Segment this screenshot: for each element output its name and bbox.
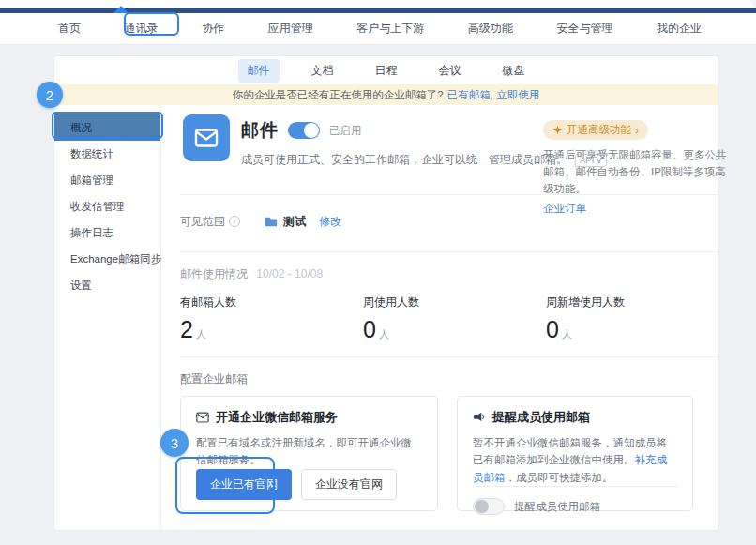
envelope-icon <box>183 114 230 161</box>
sidebar-item-settings[interactable]: 设置 <box>54 272 160 298</box>
mail-description: 成员可使用正式、安全的工作邮箱，企业可以统一管理成员邮箱。 <box>241 152 567 168</box>
promo-description: 开通后可享受无限邮箱容量、更多公共邮箱、邮件自动备份、IP限制等多项高级功能。 <box>543 147 729 197</box>
annotation-badge-2: 2 <box>37 82 63 108</box>
page-title: 邮件 <box>241 118 279 143</box>
stat-unit: 人 <box>562 327 572 341</box>
envelope-outline-icon <box>196 412 209 423</box>
visibility-scope-value: 测试 <box>283 214 306 230</box>
tab-mail[interactable]: 邮件 <box>238 59 280 83</box>
sidebar-item-exchange-sync[interactable]: Exchange邮箱同步 <box>54 246 160 272</box>
sidebar-item-operation-log[interactable]: 操作日志 <box>54 220 160 246</box>
tab-docs[interactable]: 文档 <box>302 59 343 83</box>
nav-item-customers[interactable]: 客户与上下游 <box>356 21 424 37</box>
remind-members-toggle[interactable] <box>473 498 505 515</box>
remind-members-card: 提醒成员使用邮箱 暂不开通企业微信邮箱服务，通知成员将已有邮箱添加到企业微信中使… <box>457 396 693 511</box>
remind-card-title: 提醒成员使用邮箱 <box>492 409 590 426</box>
sparkle-icon <box>552 125 563 135</box>
stat-value: 0 <box>546 316 559 343</box>
remind-card-description-tail: ，成员即可快捷添加。 <box>506 472 613 483</box>
stat-value: 0 <box>363 316 376 343</box>
tab-meeting[interactable]: 会议 <box>430 59 471 83</box>
edit-visibility-link[interactable]: 修改 <box>319 214 341 230</box>
tab-calendar[interactable]: 日程 <box>366 59 407 83</box>
divider <box>180 251 729 252</box>
nav-item-contacts[interactable]: 通讯录 <box>125 21 159 37</box>
top-navigation: 首页 通讯录 协作 应用管理 客户与上下游 高级功能 安全与管理 我的企业 <box>0 13 756 45</box>
configure-section-title: 配置企业邮箱 <box>180 371 729 387</box>
upgrade-premium-button[interactable]: 开通高级功能 › <box>543 120 648 140</box>
sub-tabs: 邮件 文档 日程 会议 微盘 <box>54 56 718 84</box>
banner-question: 你的企业是否已经有正在使用的企业邮箱了? <box>233 88 444 102</box>
tab-drive[interactable]: 微盘 <box>493 59 535 83</box>
stat-unit: 人 <box>196 327 206 341</box>
main-panel: 邮件 文档 日程 会议 微盘 你的企业是否已经有正在使用的企业邮箱了? 已有邮箱… <box>54 56 718 530</box>
nav-item-advanced-features[interactable]: 高级功能 <box>468 21 513 37</box>
visibility-label: 可见范围 <box>180 214 225 230</box>
remind-toggle-label: 提醒成员使用邮箱 <box>514 500 600 514</box>
sidebar-item-mailbox-management[interactable]: 邮箱管理 <box>54 167 160 193</box>
megaphone-icon <box>473 412 486 424</box>
stat-label: 周使用人数 <box>363 295 546 310</box>
folder-icon <box>265 216 278 227</box>
banner-link[interactable]: 已有邮箱, 立即使用 <box>447 88 539 102</box>
stat-weekly-users: 周使用人数 0 人 <box>363 295 546 343</box>
promo-badge-label: 开通高级功能 <box>567 123 631 137</box>
main-content: 邮件 已启用 成员可使用正式、安全的工作邮箱，企业可以统一管理成员邮箱。 API… <box>161 105 748 530</box>
mail-enabled-toggle[interactable] <box>288 122 320 139</box>
annotation-pointer <box>113 6 129 13</box>
stat-label: 有邮箱人数 <box>180 295 363 310</box>
activate-card-description: 配置已有域名或注册新域名，即可开通企业微信邮箱服务。 <box>196 434 422 469</box>
notice-banner: 你的企业是否已经有正在使用的企业邮箱了? 已有邮箱, 立即使用 <box>54 84 718 105</box>
sidebar: 概况 数据统计 邮箱管理 收发信管理 操作日志 Exchange邮箱同步 设置 <box>54 105 161 530</box>
nav-item-app-management[interactable]: 应用管理 <box>268 21 313 37</box>
sidebar-item-statistics[interactable]: 数据统计 <box>54 141 160 167</box>
stat-value: 2 <box>180 316 193 343</box>
sidebar-item-send-receive[interactable]: 收发信管理 <box>54 193 160 220</box>
enabled-status: 已启用 <box>329 124 362 138</box>
activate-card-title: 开通企业微信邮箱服务 <box>216 409 338 426</box>
info-icon[interactable]: i <box>229 216 240 227</box>
enterprise-order-link[interactable]: 企业订单 <box>543 202 729 216</box>
has-website-button[interactable]: 企业已有官网 <box>196 469 292 500</box>
usage-section-title: 邮件使用情况 <box>180 267 248 280</box>
nav-item-my-enterprise[interactable]: 我的企业 <box>657 21 702 37</box>
nav-item-home[interactable]: 首页 <box>58 21 81 37</box>
no-website-button[interactable]: 企业没有官网 <box>301 469 397 500</box>
sidebar-item-overview[interactable]: 概况 <box>54 114 160 141</box>
stat-unit: 人 <box>379 327 389 341</box>
stat-mailbox-users: 有邮箱人数 2 人 <box>180 295 363 343</box>
usage-stats: 有邮箱人数 2 人 周使用人数 0 人 周新增使用人数 0 <box>180 295 729 343</box>
chevron-right-icon: › <box>635 125 639 136</box>
divider <box>180 356 729 357</box>
nav-item-security-management[interactable]: 安全与管理 <box>556 21 612 37</box>
activate-mailbox-card: 开通企业微信邮箱服务 配置已有域名或注册新域名，即可开通企业微信邮箱服务。 企业… <box>180 396 438 511</box>
usage-date-range: 10/02 - 10/08 <box>256 267 323 280</box>
premium-promo: 开通高级功能 › 开通后可享受无限邮箱容量、更多公共邮箱、邮件自动备份、IP限制… <box>543 120 729 216</box>
annotation-badge-3: 3 <box>160 429 189 457</box>
stat-weekly-new-users: 周新增使用人数 0 人 <box>546 295 729 343</box>
nav-item-collaboration[interactable]: 协作 <box>202 21 224 37</box>
stat-label: 周新增使用人数 <box>546 295 729 310</box>
